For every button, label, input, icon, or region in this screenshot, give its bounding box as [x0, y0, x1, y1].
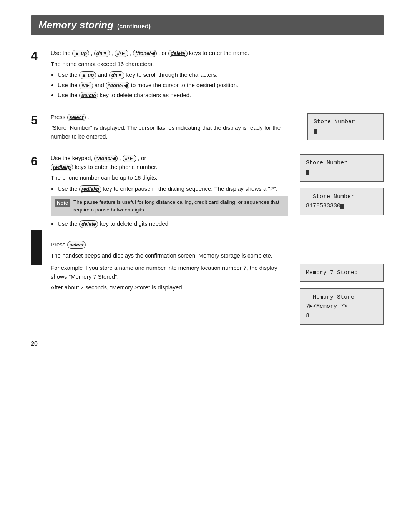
key-tone-b2: */tone/◀	[106, 82, 129, 89]
step-4-number: 4	[31, 49, 51, 63]
step-7-displays: Memory 7 Stored Memory Store 7►<Memory 7…	[300, 264, 384, 325]
step-5: 5 Press select . "Store Number" is displ…	[31, 113, 384, 144]
key-redial-b1: redial/p	[79, 185, 101, 193]
step-6-digits: The phone number can be up to 16 digits.	[51, 173, 288, 182]
step-4-bullets: Use the ▲ up and dn▼ key to scroll throu…	[58, 71, 384, 100]
header-title-main: Memory storing	[38, 19, 113, 31]
step-5-press: Press select .	[51, 113, 296, 122]
step-4-bullet-2: Use the #/► and */tone/◀ to move the cur…	[58, 81, 384, 90]
step-7-body-text: The handset beeps and displays the confi…	[51, 251, 384, 260]
step-4-content: Use the ▲ up , dn▼ , #/► , */tone/◀ , or…	[51, 49, 384, 102]
step-5-body-text: "Store Number" is displayed. The cursor …	[51, 124, 296, 141]
lcd-cursor-5	[314, 129, 317, 134]
key-hash-b2: #/►	[79, 82, 93, 89]
note-text: The pause feature is useful for long dis…	[73, 198, 284, 214]
page-header: Memory storing (continued)	[31, 15, 384, 35]
step-7-after-text: After about 2 seconds, "Memory Store" is…	[51, 283, 288, 292]
key-select-7: select	[67, 241, 86, 249]
page-number: 20	[31, 340, 384, 347]
step-4: 4 Use the ▲ up , dn▼ , #/► , */tone/◀ , …	[31, 49, 384, 102]
step-4-main: Use the ▲ up , dn▼ , #/► , */tone/◀ , or…	[51, 49, 384, 58]
step-7-display-2: Memory Store 7►<Memory 7> 8	[300, 288, 384, 325]
step-6-bullets-2: Use the delete key to delete digits need…	[58, 220, 288, 228]
lcd-cursor-6b	[340, 204, 344, 209]
key-delete-b3: delete	[79, 92, 98, 99]
step-7-example-text: For example if you store a name and numb…	[51, 264, 288, 281]
key-delete-6: delete	[79, 220, 98, 228]
step-5-body: Press select . "Store Number" is display…	[51, 113, 384, 144]
step-4-subtext: The name cannot exceed 16 characters.	[51, 60, 384, 69]
step-5-number: 5	[31, 113, 51, 127]
step-6: 6 Use the keypad, */tone/◀ , #/► , or re…	[31, 154, 384, 230]
step-7-press: Press select .	[51, 240, 384, 249]
key-redial-6: redial/p	[51, 164, 73, 171]
step-6-number: 6	[31, 154, 51, 168]
step-6-displays: Store Number Store Number 8178583330	[300, 154, 384, 215]
key-up-b1: ▲ up	[79, 71, 96, 79]
key-dn-b1: dn▼	[109, 71, 125, 79]
step-4-bullet-1: Use the ▲ up and dn▼ key to scroll throu…	[58, 71, 384, 79]
step-6-display-1: Store Number	[300, 154, 384, 182]
step-6-bullet-1: Use the redial/p key to enter pause in t…	[58, 185, 288, 193]
step-7: 7 Press select . The handset beeps and d…	[31, 240, 384, 325]
key-tone-6: */tone/◀	[94, 155, 118, 162]
step-6-body: Use the keypad, */tone/◀ , #/► , or redi…	[51, 154, 384, 230]
step-6-bullets: Use the redial/p key to enter pause in t…	[58, 185, 288, 193]
step-6-bullet-2: Use the delete key to delete digits need…	[58, 220, 288, 228]
step-7-body: Press select . The handset beeps and dis…	[51, 240, 384, 325]
step-7-bottom: For example if you store a name and numb…	[51, 264, 384, 325]
key-delete-4: delete	[168, 50, 188, 57]
header-title-sub: (continued)	[117, 23, 151, 30]
step-5-display: Store Number	[307, 113, 384, 140]
key-dn: dn▼	[94, 50, 110, 57]
step-6-text: Use the keypad, */tone/◀ , #/► , or redi…	[51, 154, 288, 230]
key-up: ▲ up	[72, 50, 89, 57]
key-tone: */tone/◀	[133, 50, 157, 57]
step-6-display-2: Store Number 8178583330	[300, 188, 384, 215]
step-5-text: Press select . "Store Number" is display…	[51, 113, 296, 144]
sidebar-accent-block	[31, 230, 42, 265]
key-hash: #/►	[115, 50, 128, 57]
lcd-cursor-6a	[306, 170, 309, 175]
note-label: Note	[55, 199, 70, 207]
step-7-examples: For example if you store a name and numb…	[51, 264, 288, 294]
step-6-note: Note The pause feature is useful for lon…	[51, 196, 288, 216]
step-6-main: Use the keypad, */tone/◀ , #/► , or redi…	[51, 154, 288, 171]
step-7-display-1: Memory 7 Stored	[300, 264, 384, 282]
step-4-bullet-3: Use the delete key to delete characters …	[58, 91, 384, 100]
key-hash-6: #/►	[123, 155, 136, 162]
key-select-5: select	[67, 114, 86, 121]
step-5-layout: Press select . "Store Number" is display…	[51, 113, 384, 144]
